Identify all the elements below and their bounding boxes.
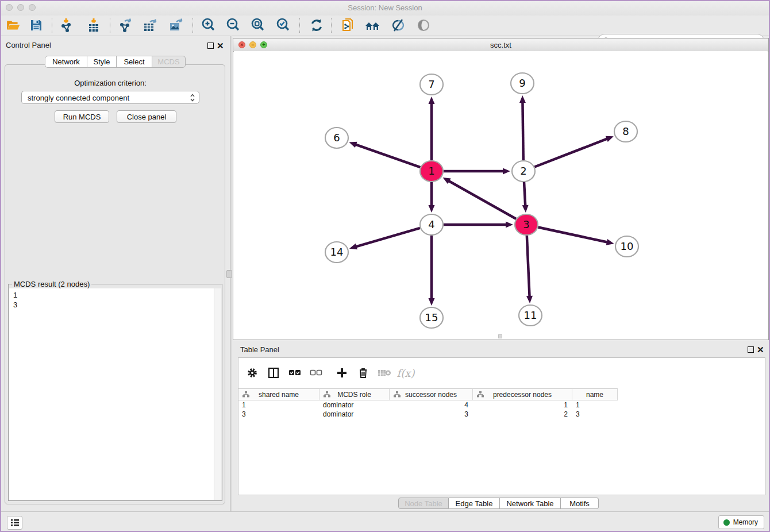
graph-node-label: 10 [621, 240, 634, 252]
cell-shared-name[interactable]: 1 [238, 401, 319, 409]
tab-mcds[interactable]: MCDS [152, 56, 186, 68]
zoom-selected-icon [275, 17, 291, 33]
export-network-button[interactable] [117, 17, 134, 34]
column-header-name[interactable]: name [572, 389, 618, 400]
graph-node-label: 4 [428, 218, 434, 230]
deselect-all-icon [310, 369, 322, 377]
table-settings-button[interactable] [242, 364, 263, 381]
tab-style[interactable]: Style [87, 56, 117, 68]
control-panel-close-icon[interactable]: ✕ [217, 43, 224, 49]
export-table-button[interactable] [141, 17, 159, 34]
graph-node-label: 7 [428, 78, 434, 90]
mcds-result-scrollbar[interactable] [214, 288, 221, 500]
cell-name[interactable]: 3 [572, 410, 618, 418]
tab-edge-table[interactable]: Edge Table [449, 498, 500, 509]
cell-shared-name[interactable]: 3 [238, 410, 319, 418]
graph-edge-1-6[interactable] [355, 144, 421, 167]
toolbar-separator [299, 18, 300, 33]
toolbar-separator [110, 18, 110, 33]
graph-edge-arrowhead [506, 222, 513, 228]
graph-edge-3-11[interactable] [527, 236, 530, 297]
clone-network-button[interactable] [339, 17, 356, 34]
split-panel-icon [268, 367, 279, 379]
deselect-all-button[interactable] [306, 364, 326, 381]
select-all-button[interactable] [284, 364, 305, 381]
window-title: Session: New Session [0, 3, 770, 12]
graphics-details-icon [391, 18, 406, 33]
graph-edge-2-9[interactable] [522, 102, 523, 160]
control-panel-float-icon[interactable] [207, 43, 214, 49]
zoom-in-button[interactable] [200, 17, 217, 34]
graph-edge-3-1[interactable] [448, 180, 516, 219]
network-resize-grip[interactable] [498, 334, 502, 338]
network-graph: 7968124314101511 [234, 51, 768, 340]
graph-node-label: 2 [520, 165, 526, 177]
graph-edge-arrowhead [349, 244, 357, 250]
criterion-dropdown[interactable]: strongly connected component [21, 91, 199, 104]
graph-edge-2-8[interactable] [534, 138, 607, 167]
export-image-button[interactable] [167, 17, 184, 34]
run-mcds-button[interactable]: Run MCDS [55, 110, 109, 123]
tab-motifs[interactable]: Motifs [561, 498, 599, 509]
table-panel-float-icon[interactable] [748, 346, 754, 353]
mcds-result-area[interactable]: 1 3 [9, 288, 221, 500]
table-row[interactable]: 1 dominator 4 1 1 [238, 400, 618, 410]
tab-network[interactable]: Network [45, 56, 87, 68]
column-header-successor-nodes[interactable]: successor nodes [390, 389, 473, 400]
table-row[interactable]: 3 dominator 3 2 3 [238, 410, 618, 419]
column-header-mcds-role[interactable]: MCDS role [319, 389, 390, 400]
select-all-icon [288, 369, 301, 377]
save-session-button[interactable] [28, 17, 45, 34]
graph-edge-3-10[interactable] [538, 227, 607, 242]
column-label: predecessor nodes [493, 391, 552, 399]
delete-table-button[interactable] [374, 364, 395, 381]
import-table-button[interactable] [85, 17, 102, 34]
tab-select[interactable]: Select [117, 56, 152, 68]
graph-edge-arrowhead [429, 298, 435, 306]
graph-edge-2-3[interactable] [524, 182, 525, 206]
tab-network-table[interactable]: Network Table [500, 498, 561, 509]
function-builder-button[interactable]: f(x) [395, 364, 416, 381]
graph-edge-4-14[interactable] [355, 228, 420, 247]
cell-name[interactable]: 1 [572, 401, 618, 409]
cell-predecessor-nodes[interactable]: 2 [473, 410, 572, 418]
column-header-shared-name[interactable]: shared name [238, 389, 319, 400]
zoom-fit-icon [250, 17, 266, 33]
column-header-predecessor-nodes[interactable]: predecessor nodes [473, 389, 572, 400]
zoom-out-button[interactable] [225, 17, 242, 34]
graphics-details-button[interactable] [390, 17, 407, 34]
task-history-button[interactable] [7, 516, 22, 530]
graph-node-label: 9 [519, 77, 525, 89]
cell-successor-nodes[interactable]: 4 [390, 401, 473, 409]
plus-icon [336, 367, 348, 379]
network-title: scc.txt [233, 41, 768, 49]
open-file-button[interactable] [5, 17, 22, 34]
memory-status-icon [723, 519, 730, 526]
cell-mcds-role[interactable]: dominator [319, 401, 390, 409]
zoom-selected-button[interactable] [275, 17, 292, 34]
close-panel-button[interactable]: Close panel [117, 110, 176, 123]
cell-predecessor-nodes[interactable]: 1 [473, 401, 572, 409]
refresh-button[interactable] [308, 17, 325, 34]
tab-node-table[interactable]: Node Table [398, 498, 449, 509]
table-panel-close-icon[interactable]: ✕ [757, 346, 764, 353]
split-panel-button[interactable] [263, 364, 284, 381]
graph-node-label: 6 [333, 132, 340, 144]
hierarchy-icon [394, 391, 401, 398]
cell-mcds-role[interactable]: dominator [319, 410, 390, 418]
birds-eye-view-button[interactable] [415, 17, 432, 34]
add-column-button[interactable] [332, 364, 352, 381]
network-canvas[interactable]: 7968124314101511 [234, 51, 768, 340]
import-network-button[interactable] [57, 17, 75, 34]
network-titlebar[interactable]: × − + scc.txt [233, 38, 768, 52]
network-window: × − + scc.txt 7968124314101511 [233, 38, 769, 340]
home-button[interactable] [364, 17, 381, 34]
mcds-result-title: MCDS result (2 nodes) [12, 280, 91, 288]
panel-divider-grip[interactable] [226, 270, 232, 278]
delete-column-button[interactable] [353, 364, 374, 381]
cell-successor-nodes[interactable]: 3 [390, 410, 473, 418]
open-folder-icon [6, 18, 21, 33]
memory-button[interactable]: Memory [718, 515, 764, 529]
graph-edge-arrowhead [429, 97, 435, 104]
zoom-fit-button[interactable] [249, 17, 267, 34]
